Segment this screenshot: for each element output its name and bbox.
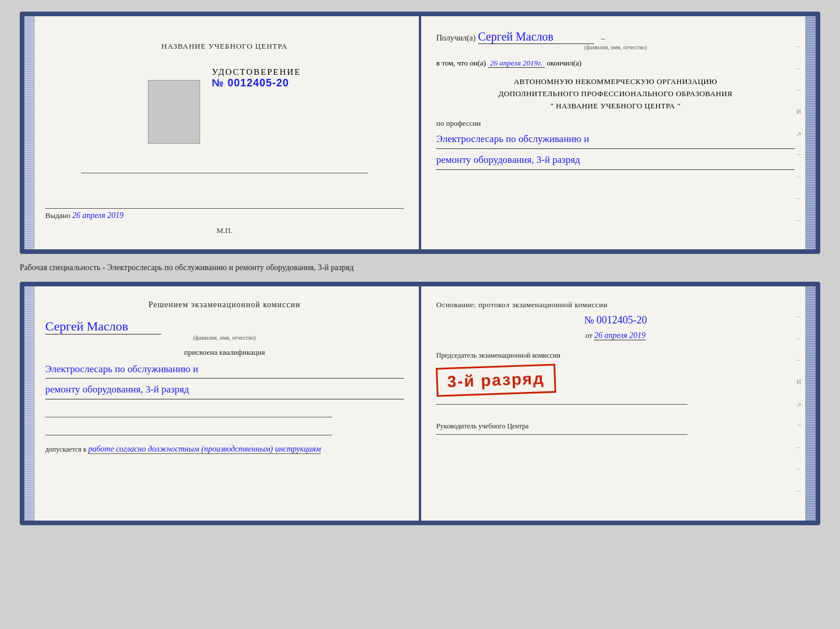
fio-label: (фамилия, имя, отчество) [436,44,795,50]
sig-line-1 [45,417,332,417]
chairman-label: Председатель экзаменационной комиссии [436,351,560,361]
issued-line: Выдано 26 апреля 2019 [45,208,404,220]
issued-date: 26 апреля 2019 [73,211,124,220]
profession-line2: ремонту оборудования, 3-й разряд [436,151,795,170]
stamp-and-labels: Председатель экзаменационной комиссии 3-… [436,346,795,401]
stamp-box: 3-й разряд [436,364,556,397]
admitted-prefix: допускается к [45,445,86,453]
completion-date: 26 апреля 2019г. [488,59,545,68]
received-prefix: Получил(а) [436,34,476,42]
right-spine-texture [805,16,816,249]
profession-line1: Электрослесарь по обслуживанию и [436,130,795,149]
mp-label: М.П. [216,226,232,235]
bottom-card: Решением экзаменационной комиссии Сергей… [20,282,820,525]
bottom-recipient-name: Сергей Маслов [45,319,128,333]
cert-number: № 0012405-20 [212,77,301,89]
qualification-title: присвоена квалификация [45,348,404,357]
photo-row: УДОСТОВЕРЕНИЕ № 0012405-20 [148,63,301,155]
qual-line2: ремонту оборудования, 3-й разряд [45,381,404,399]
right-sig-line-head [436,434,687,435]
bottom-right-page: Основание: протокол экзаменационной коми… [420,286,816,521]
in-that-prefix: в том, что он(а) [436,59,486,67]
recipient-name: Сергей Маслов [478,30,553,43]
certificate-container: НАЗВАНИЕ УЧЕБНОГО ЦЕНТРА УДОСТОВЕРЕНИЕ №… [20,12,820,525]
bottom-left-page: Решением экзаменационной комиссии Сергей… [24,286,420,521]
recipient-name-field: Сергей Маслов [478,30,594,44]
cert-title: УДОСТОВЕРЕНИЕ [212,67,301,77]
sig-line-2 [45,435,332,435]
basis-label: Основание: протокол экзаменационной коми… [436,300,795,310]
protocol-number: № 0012405-20 [436,314,795,326]
org-line2: ДОПОЛНИТЕЛЬНОГО ПРОФЕССИОНАЛЬНОГО ОБРАЗО… [436,88,795,100]
qual-line1: Электрослесарь по обслуживанию и [45,361,404,379]
right-sig-line-chairman [436,404,687,405]
left-spine-texture [24,16,35,249]
bottom-fio-label: (фамилия, имя, отчество) [45,335,404,341]
admitted-italic: работе согласно должностным (производств… [88,445,321,454]
top-card: НАЗВАНИЕ УЧЕБНОГО ЦЕНТРА УДОСТОВЕРЕНИЕ №… [20,12,820,254]
between-label: Рабочая специальность - Электрослесарь п… [20,260,820,276]
top-left-page: НАЗВАНИЕ УЧЕБНОГО ЦЕНТРА УДОСТОВЕРЕНИЕ №… [24,16,420,249]
bottom-right-dashes: – – – И ,а ← – – – [796,286,803,521]
org-line3: " НАЗВАНИЕ УЧЕБНОГО ЦЕНТРА " [436,100,795,112]
org-name-top: НАЗВАНИЕ УЧЕБНОГО ЦЕНТРА [161,42,287,51]
bottom-left-spine [24,286,35,521]
date-prefix: от [585,331,592,340]
admitted-text: допускается к работе согласно должностны… [45,445,404,454]
profession-label: по профессии [436,119,795,128]
right-dashes: – – – И ,а ← – – – [796,16,803,249]
head-label: Руководитель учебного Центра [436,422,795,431]
stamp-text: 3-й разряд [447,369,545,391]
bottom-right-spine [805,286,816,521]
resolution-title: Решением экзаменационной комиссии [45,300,404,310]
bottom-recipient-field: Сергей Маслов [45,319,161,335]
date-line: от 26 апреля 2019 [436,331,795,340]
in-that-line: в том, что он(а) 26 апреля 2019г. окончи… [436,59,795,68]
top-right-page: Получил(а) Сергей Маслов – (фамилия, имя… [420,16,816,249]
org-line1: АВТОНОМНУЮ НЕКОММЕРЧЕСКУЮ ОРГАНИЗАЦИЮ [436,76,795,88]
finished-label: окончил(а) [546,59,581,67]
org-block: АВТОНОМНУЮ НЕКОММЕРЧЕСКУЮ ОРГАНИЗАЦИЮ ДО… [436,76,795,112]
cert-details: УДОСТОВЕРЕНИЕ № 0012405-20 [212,63,301,89]
issued-label: Выдано [45,211,70,220]
bottom-date-value: 26 апреля 2019 [594,331,645,340]
photo-placeholder [148,80,200,144]
